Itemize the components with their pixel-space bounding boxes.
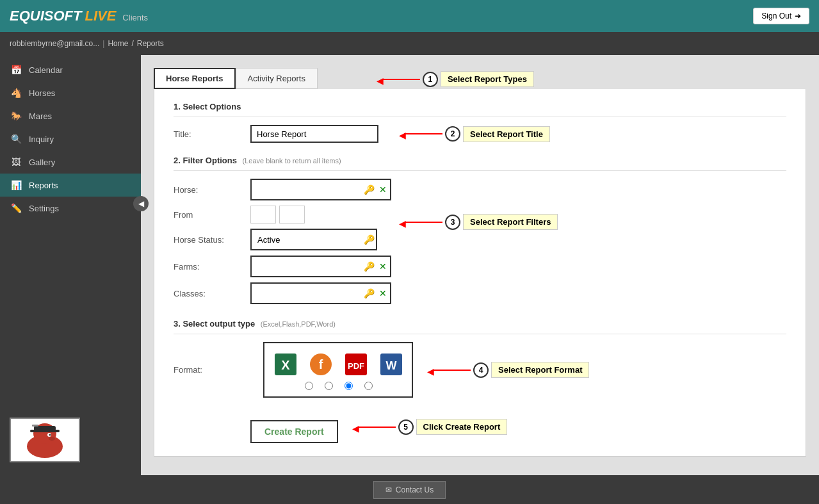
annotation-2-arrow: ◀ [404,133,442,134]
content-wrapper: Horse Reports Activity Reports ◀ 1 Selec… [154,68,806,457]
report-tabs: Horse Reports Activity Reports [154,68,318,89]
annotation-1-arrow: ◀ [382,79,420,80]
title-input[interactable] [250,125,378,143]
output-section: 3. Select output type (Excel,Flash,PDF,W… [174,319,786,443]
sidebar-label-gallery: Gallery [29,158,55,167]
format-radio-flash[interactable] [325,382,333,390]
sidebar-item-reports[interactable]: 📊 Reports [0,174,141,197]
annotation-4-text: Select Report Format [491,362,589,378]
sidebar-item-inquiry[interactable]: 🔍 Inquiry [0,127,141,150]
classes-filter-input[interactable] [252,284,361,302]
annotation-2-text: Select Report Title [463,126,550,142]
tab-activity-reports[interactable]: Activity Reports [236,68,318,89]
annotation-2-circle: 2 [445,126,460,142]
annotation-4-callout: 4 Select Report Format [473,362,589,378]
annotation-3-callout: 3 Select Report Filters [445,214,558,230]
sidebar-item-horses[interactable]: 🐴 Horses [0,81,141,104]
reports-icon: 📊 [10,180,22,190]
svg-rect-8 [32,425,38,427]
title-label: Title: [174,129,250,139]
sidebar-item-calendar[interactable]: 📅 Calendar [0,58,141,81]
annotation-2: ◀ 2 Select Report Title [404,126,550,142]
from-input-2[interactable] [279,206,305,224]
sidebar-label-inquiry: Inquiry [29,134,54,144]
filter-options-title: 2. Filter Options [174,156,237,165]
annotation-5: ◀ 5 Click Create Report [357,419,508,435]
logo-equisoft: EQUISOFT [10,8,81,24]
annotation-3-arrow: ◀ [404,222,442,223]
status-filter-label: Horse Status: [174,235,250,245]
annotation-3: ◀ 3 Select Report Filters [404,214,558,230]
filter-rows: Horse: 🔑 ✕ From [174,179,391,309]
farms-clear-icon[interactable]: ✕ [377,260,389,273]
avatar [10,418,80,462]
form-card: 1. Select Options Title: ◀ 2 [154,89,806,457]
annotation-4: ◀ 4 Select Report Format [432,362,589,378]
format-label: Format: [174,365,250,375]
output-title: 3. Select output type [174,319,255,329]
svg-point-7 [49,437,55,441]
svg-text:PDF: PDF [348,361,364,371]
farms-filter-input[interactable] [252,257,361,275]
status-search-icon[interactable]: 🔑 [362,233,375,246]
annotation-5-circle: 5 [398,419,414,435]
status-filter-input[interactable] [252,231,361,248]
logo-clients: Clients [122,13,148,22]
annotation-4-arrow: ◀ [432,370,471,371]
filter-row-from: From [174,206,391,224]
create-report-button[interactable]: Create Report [250,420,338,443]
annotation-1-callout: 1 Select Report Types [423,71,534,87]
tab-horse-reports[interactable]: Horse Reports [154,68,236,89]
inquiry-icon: 🔍 [10,134,22,144]
from-input-1[interactable] [250,206,276,224]
home-link[interactable]: Home [108,39,128,48]
filter-row-classes: Classes: 🔑 ✕ [174,282,391,304]
classes-filter-icons: 🔑 ✕ [362,287,389,300]
status-filter-border: 🔑 [250,229,377,250]
avatar-image [16,419,74,461]
main-layout: 📅 Calendar 🐴 Horses 🐎 Mares 🔍 Inquiry 🖼 … [0,55,819,475]
filters-and-annotation: Horse: 🔑 ✕ From [174,179,786,309]
classes-filter-label: Classes: [174,289,250,298]
horse-filter-icons: 🔑 ✕ [362,183,389,196]
svg-text:f: f [318,357,323,371]
status-filter-icons: 🔑 [362,233,375,246]
contact-button[interactable]: ✉ Contact Us [373,481,446,499]
horse-filter-input[interactable] [252,181,361,199]
logo-live: LIVE [85,8,116,24]
format-radio-excel[interactable] [305,382,313,390]
sidebar-item-settings[interactable]: ✏️ Settings [0,197,141,220]
tab-list: Horse Reports Activity Reports [154,68,318,89]
filter-row-status: Horse Status: 🔑 [174,229,391,250]
logo: EQUISOFT LIVE Clients [10,8,148,24]
format-radio-word[interactable] [364,382,373,390]
gallery-icon: 🖼 [10,157,22,167]
sidebar-collapse-button[interactable]: ◀ [133,196,149,211]
pdf-format-icon: PDF [341,350,370,378]
classes-search-icon[interactable]: 🔑 [362,287,375,300]
content-area: Horse Reports Activity Reports ◀ 1 Selec… [141,55,819,475]
annotation-5-text: Click Create Report [416,419,508,435]
classes-clear-icon[interactable]: ✕ [377,287,389,300]
sidebar-label-reports: Reports [29,181,58,190]
horse-clear-icon[interactable]: ✕ [377,183,389,196]
horse-filter-border: 🔑 ✕ [250,179,391,200]
farms-search-icon[interactable]: 🔑 [362,260,375,273]
filter-row-horse: Horse: 🔑 ✕ [174,179,391,200]
svg-point-6 [49,434,51,435]
sign-out-button[interactable]: Sign Out ➜ [753,8,809,24]
svg-rect-4 [30,430,60,432]
annotation-1-circle: 1 [423,72,438,87]
farms-filter-border: 🔑 ✕ [250,256,391,277]
sign-out-icon: ➜ [795,12,801,20]
format-icons: X f [271,350,405,378]
horse-filter-label: Horse: [174,185,250,195]
sign-out-label: Sign Out [761,12,791,20]
sidebar-item-gallery[interactable]: 🖼 Gallery [0,150,141,174]
sidebar-item-mares[interactable]: 🐎 Mares [0,104,141,127]
horse-search-icon[interactable]: 🔑 [362,183,375,196]
output-subtitle: (Excel,Flash,PDF,Word) [261,320,336,328]
format-radio-pdf[interactable] [345,382,353,390]
excel-format-icon: X [271,350,300,378]
annotation-1-text: Select Report Types [441,71,534,87]
